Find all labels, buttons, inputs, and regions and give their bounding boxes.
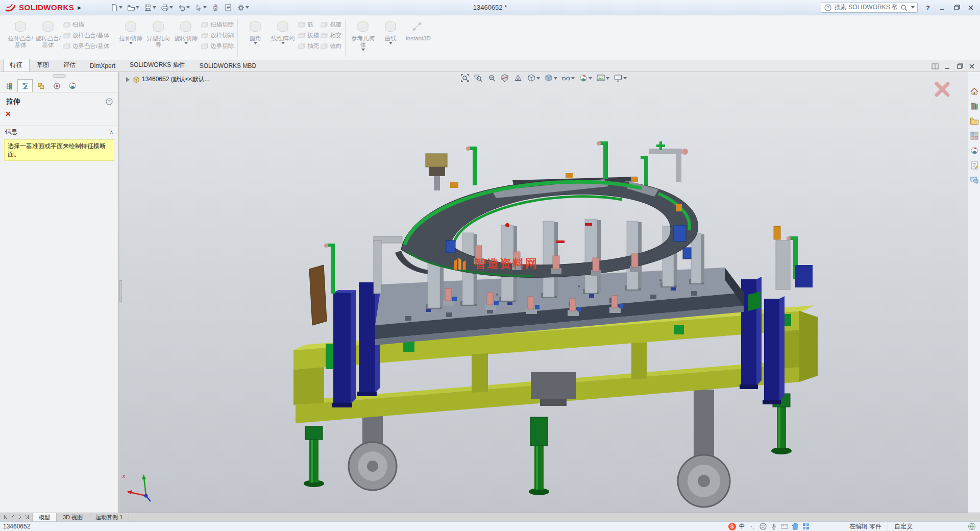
sogou-logo-icon[interactable]: S [728, 523, 736, 530]
ribbon-draft[interactable]: 拔模 [298, 31, 319, 40]
close-button[interactable] [964, 2, 978, 14]
annotation-views-button[interactable]: A [512, 73, 524, 84]
ribbon-swept-boss[interactable]: 扫描 [63, 20, 109, 29]
caret-down-icon [169, 6, 173, 9]
taskpane-view-palette-button[interactable] [969, 131, 979, 141]
menu-flyout-arrow[interactable]: ▶ [78, 5, 81, 10]
ime-mic-button[interactable] [770, 522, 778, 530]
pm-cancel-button[interactable]: ✕ [0, 109, 118, 117]
ribbon-curves[interactable]: 曲线 [377, 17, 404, 44]
ribbon-lofted-boss[interactable]: 放样凸台/基体 [63, 31, 109, 40]
ribbon-hole-wizard[interactable]: 异型孔向导 [144, 17, 172, 49]
file-properties-button[interactable] [223, 3, 234, 13]
section-view-button[interactable] [499, 73, 511, 84]
ribbon-extruded-boss[interactable]: 拉伸凸台/基体 [7, 17, 34, 49]
apply-scene-button[interactable] [595, 73, 611, 84]
customize-menu[interactable]: 自定义 [888, 522, 919, 531]
status-globe-icon[interactable] [968, 522, 976, 530]
tab-特征[interactable]: 特征 [3, 59, 30, 71]
ime-skin-button[interactable] [791, 522, 799, 530]
print-button[interactable] [159, 3, 175, 13]
pm-property-tab[interactable] [17, 79, 33, 92]
edit-appearance-button[interactable] [577, 73, 594, 84]
save-button[interactable] [142, 3, 158, 13]
confirmation-corner-cancel[interactable] [933, 80, 951, 100]
view-orientation-button[interactable] [525, 73, 542, 84]
nav-prev-button[interactable] [9, 514, 16, 520]
ribbon-wrap[interactable]: 包覆 [320, 20, 341, 29]
tab-SOLIDWORKS MBD[interactable]: SOLIDWORKS MBD [192, 60, 263, 71]
ribbon-rib[interactable]: 筋 [298, 20, 319, 29]
tab-DimXpert[interactable]: DimXpert [83, 60, 122, 71]
bottom-tab-3D 视图[interactable]: 3D 视图 [57, 513, 89, 521]
pm-config-tab[interactable] [33, 79, 48, 92]
ribbon-mirror[interactable]: 镜向 [320, 42, 341, 51]
ribbon-linear-pattern[interactable]: 线性阵列 [269, 17, 297, 44]
zoom-fit-button[interactable] [459, 73, 471, 84]
search-caret-icon[interactable] [911, 6, 915, 9]
rebuild-button[interactable] [210, 3, 221, 13]
ribbon-shell[interactable]: 抽壳 [298, 42, 319, 51]
doc-restore-button[interactable] [955, 62, 964, 70]
ribbon-intersect[interactable]: 相交 [320, 31, 341, 40]
options-gear-button[interactable] [235, 3, 251, 13]
nav-first-button[interactable] [2, 514, 9, 520]
ribbon-boundary-boss[interactable]: 边界凸台/基体 [63, 42, 109, 51]
hide-show-items-button[interactable] [560, 73, 576, 84]
pm-dimxpert-tab[interactable] [49, 79, 64, 92]
ime-grid-button[interactable] [802, 522, 810, 530]
ribbon-boundary-cut[interactable]: 边界切除 [201, 42, 234, 51]
ribbon-fillet[interactable]: 圆角 [241, 17, 269, 44]
doc-minimize-button[interactable] [943, 62, 951, 70]
taskpane-custom-properties-button[interactable] [969, 160, 979, 171]
nav-next-button[interactable] [16, 514, 23, 520]
ribbon-instant3d[interactable]: Instant3D [404, 17, 432, 42]
ds-logo-icon [4, 3, 16, 13]
taskpane-appearances-button[interactable] [969, 146, 979, 156]
help-button[interactable]: ? [921, 2, 935, 14]
taskpane-home-button[interactable] [969, 86, 979, 96]
pm-help-icon[interactable]: ? [105, 98, 113, 106]
ime-emoji-button[interactable] [759, 522, 767, 530]
bottom-tab-模型[interactable]: 模型 [33, 513, 57, 521]
taskpane-forum-button[interactable] [969, 175, 979, 185]
pm-tree-tab[interactable] [2, 79, 17, 92]
ribbon-reference-geometry[interactable]: 参考几何体 [349, 17, 377, 51]
select-cursor-button[interactable] [193, 3, 208, 13]
tree-expand-icon[interactable] [125, 76, 131, 83]
ribbon-swept-cut[interactable]: 扫描切除 [201, 20, 234, 29]
panel-splitter-handle[interactable] [119, 280, 122, 302]
undo-button[interactable] [176, 3, 191, 13]
feature-tree-root[interactable]: 13460652 (默认<<默认... [125, 75, 210, 84]
panel-collapse-handle[interactable] [53, 74, 66, 78]
ribbon-revolved-boss[interactable]: 旋转凸台/基体 [34, 17, 62, 49]
zoom-area-button[interactable] [472, 73, 484, 84]
new-document-button[interactable] [109, 3, 124, 13]
minimize-button[interactable] [935, 2, 949, 14]
ribbon-extruded-cut[interactable]: 拉伸切除 [117, 17, 144, 44]
ime-keyboard-button[interactable] [780, 522, 789, 530]
open-folder-button[interactable] [126, 3, 141, 13]
ime-punct-button[interactable]: ·, [748, 522, 756, 530]
previous-view-button[interactable] [485, 73, 498, 84]
feat-small-icon [63, 21, 70, 29]
doc-close-button[interactable] [968, 62, 976, 70]
bottom-tab-运动算例 1[interactable]: 运动算例 1 [89, 513, 129, 521]
nav-last-button[interactable] [23, 514, 30, 520]
tab-评估[interactable]: 评估 [56, 59, 83, 71]
doc-pane-split-button[interactable] [931, 62, 939, 70]
ribbon-revolved-cut[interactable]: 旋转切除 [172, 17, 200, 44]
ime-mode-label[interactable]: 中 [739, 522, 745, 531]
ribbon-lofted-cut[interactable]: 放样切割 [201, 31, 234, 40]
view-settings-button[interactable] [612, 73, 628, 84]
taskpane-file-explorer-button[interactable] [969, 116, 979, 126]
pm-display-tab[interactable] [65, 79, 80, 92]
maximize-button[interactable] [949, 2, 964, 14]
taskpane-design-library-button[interactable] [969, 101, 979, 111]
search-input[interactable]: ? 搜索 SOLIDWORKS 帮助 [821, 3, 918, 13]
tab-SOLIDWORKS 插件[interactable]: SOLIDWORKS 插件 [122, 59, 192, 71]
tab-草图[interactable]: 草图 [30, 59, 56, 71]
display-style-button[interactable] [543, 73, 559, 84]
pm-section-header[interactable]: 信息 ∧ [0, 126, 118, 138]
graphics-area[interactable]: 13460652 (默认<<默认... A [119, 72, 968, 513]
